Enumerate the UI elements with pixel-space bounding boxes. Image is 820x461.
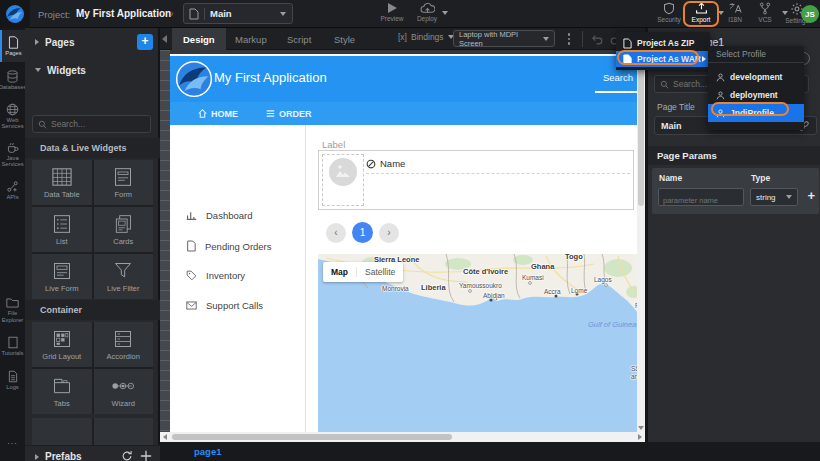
add-param-button[interactable]: + [807, 188, 815, 203]
widget-tile-data-table[interactable]: Data Table [32, 160, 92, 205]
sidebar-item-java-services[interactable]: Java Services [0, 136, 25, 172]
undo-icon[interactable] [590, 33, 603, 45]
map-label: Liberia [421, 283, 446, 292]
scroll-down-arrow[interactable] [638, 426, 644, 430]
refresh-icon[interactable] [121, 450, 133, 461]
param-name-input[interactable] [663, 196, 739, 205]
sidebar-item-pages[interactable]: Pages [0, 30, 25, 62]
sidebar-item-file-explorer[interactable]: File Explorer [0, 292, 25, 328]
widgets-section-header[interactable]: Widgets [25, 56, 160, 84]
tag-icon [186, 270, 197, 281]
widget-tile-accordion[interactable]: Accordion [94, 322, 154, 367]
menu-item-support-calls[interactable]: Support Calls [186, 300, 263, 311]
preview-button[interactable]: Preview [375, 2, 409, 27]
satellite-button[interactable]: Satellite [356, 267, 403, 277]
sidebar-item-logs[interactable]: Logs [0, 364, 25, 396]
prefabs-section-header[interactable]: Prefabs [25, 445, 160, 461]
widget-tile-form[interactable]: Form [94, 160, 154, 205]
security-button[interactable]: Security [652, 2, 686, 27]
vcs-button[interactable]: VCS [748, 2, 782, 27]
pagination-prev-button[interactable]: ‹ [326, 223, 346, 243]
widget-tile-partial[interactable] [94, 418, 154, 445]
label-widget[interactable]: Label [322, 139, 345, 150]
page-icon [189, 8, 205, 20]
widget-tile-partial[interactable] [32, 418, 92, 445]
menu-item-project-as-war[interactable]: Project As WAR [616, 51, 710, 67]
param-type-select[interactable]: string [750, 188, 798, 206]
export-button[interactable]: Export [684, 2, 718, 27]
widget-tile-tabs[interactable]: Tabs [32, 369, 92, 414]
tab-style[interactable]: Style [323, 28, 366, 50]
coffee-icon [6, 141, 19, 154]
brand-logo[interactable] [0, 0, 30, 28]
widget-search[interactable] [32, 115, 151, 133]
list-item-picture-cell[interactable] [322, 154, 364, 206]
add-page-button[interactable]: + [137, 34, 153, 50]
sidebar-more-button[interactable]: ... [0, 436, 25, 446]
map-label: Gulf of Guinea [588, 320, 636, 329]
scrollbar-thumb[interactable] [638, 56, 644, 206]
search-icon [660, 80, 669, 89]
app-left-menu: Dashboard Pending Orders Inventory [170, 125, 306, 432]
map-button[interactable]: Map [323, 267, 356, 277]
widget-tile-live-form[interactable]: Live Form [32, 254, 92, 299]
map-label: Accra [544, 288, 561, 295]
app-header[interactable]: My First Application Search [170, 56, 637, 102]
scrollbar-thumb[interactable] [172, 434, 452, 440]
canvas-horizontal-scrollbar[interactable] [160, 432, 645, 442]
list-item-name-cell[interactable]: Name [366, 154, 630, 174]
scroll-left-arrow[interactable] [163, 434, 167, 440]
menu-item-pending-orders[interactable]: Pending Orders [186, 240, 272, 252]
tab-script[interactable]: Script [276, 28, 322, 50]
menu-item-project-as-zip[interactable]: Project As ZIP [616, 35, 710, 51]
map-widget[interactable]: Map Satellite Sierra Leone Monrovia Libe… [318, 254, 637, 432]
widget-tile-grid-layout[interactable]: Grid Layout [32, 322, 92, 367]
widget-tile-list[interactable]: List [32, 207, 92, 252]
canvas-vertical-scrollbar[interactable] [637, 50, 645, 432]
page-selector-dropdown[interactable]: Main [183, 3, 293, 24]
preview-label: Preview [380, 15, 403, 22]
user-avatar[interactable]: JS [801, 5, 819, 23]
nav-item-home[interactable]: HOME [198, 109, 238, 119]
menu-item-inventory[interactable]: Inventory [186, 270, 245, 281]
menu-item-development[interactable]: development [708, 68, 804, 86]
app-search-link[interactable]: Search [595, 72, 637, 93]
sidebar-item-databases[interactable]: Databases [0, 64, 25, 96]
map-label: Port [635, 302, 637, 309]
export-menu: Project As ZIP Project As WAR [616, 32, 710, 70]
i18n-icon [728, 2, 742, 15]
widget-tile-live-filter[interactable]: Live Filter [94, 254, 154, 299]
menu-item-jndiprofile[interactable]: JndiProfile [708, 104, 804, 122]
pagination-current-page[interactable]: 1 [352, 222, 373, 243]
param-name-field[interactable] [658, 188, 744, 206]
menu-item-deployment[interactable]: deployment [708, 86, 804, 104]
add-prefab-icon[interactable] [140, 450, 152, 461]
sidebar-item-web-services[interactable]: Web Services [0, 98, 25, 134]
device-selector-dropdown[interactable]: Laptop with MDPI Screen [453, 30, 555, 47]
scroll-right-arrow[interactable] [638, 434, 642, 440]
menu-item-dashboard[interactable]: Dashboard [186, 210, 252, 221]
collapse-left-panel-icon[interactable] [162, 35, 167, 43]
widget-tile-wizard[interactable]: Wizard [94, 369, 154, 414]
page-tab-page1[interactable]: page1 [194, 446, 221, 457]
widget-search-input[interactable] [51, 119, 141, 129]
map-type-control: Map Satellite [323, 262, 403, 282]
nav-item-order[interactable]: ORDER [266, 109, 312, 119]
sidebar-item-apis[interactable]: APIs [0, 174, 25, 206]
tab-markup[interactable]: Markup [224, 28, 278, 50]
pages-section-header[interactable]: Pages + [25, 28, 160, 56]
deploy-button[interactable]: Deploy [410, 2, 444, 27]
image-placeholder-icon [328, 157, 358, 187]
sidebar-item-tutorials[interactable]: Tutorials [0, 330, 25, 362]
i18n-button[interactable]: I18N [718, 2, 752, 27]
bindings-button[interactable]: [x] Bindings [398, 32, 454, 42]
list-widget[interactable]: Name [318, 150, 634, 210]
canvas-more-menu[interactable] [562, 32, 576, 46]
breadcrumb-chevron-icon: › [170, 7, 174, 19]
tab-design[interactable]: Design [172, 28, 226, 50]
no-value-icon [366, 159, 376, 169]
pagination-next-button[interactable]: › [379, 223, 399, 243]
data-live-widgets-grid: Data Table Form List [32, 160, 153, 299]
widget-tile-cards[interactable]: Cards [94, 207, 154, 252]
design-canvas-page[interactable]: My First Application Search HOME ORDER [170, 54, 637, 432]
